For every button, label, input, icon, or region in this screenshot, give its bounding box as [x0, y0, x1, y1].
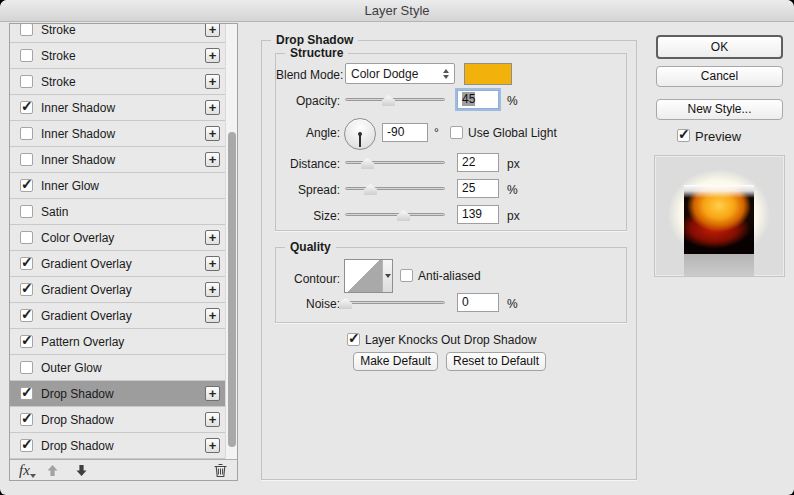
distance-slider[interactable] [345, 156, 445, 170]
duplicate-effect-button[interactable]: + [205, 152, 220, 167]
duplicate-effect-button[interactable]: + [205, 74, 220, 89]
size-input[interactable]: 139 [457, 205, 499, 224]
slider-thumb[interactable] [364, 184, 377, 195]
effect-label: Gradient Overlay [41, 283, 132, 297]
angle-dial[interactable] [344, 118, 376, 150]
noise-input[interactable]: 0 [457, 293, 499, 312]
make-default-button[interactable]: Make Default [353, 352, 438, 371]
slider-thumb[interactable] [397, 210, 410, 221]
contour-dropdown-button[interactable] [382, 260, 392, 292]
duplicate-effect-button[interactable]: + [205, 100, 220, 115]
angle-input[interactable]: -90 [382, 123, 428, 142]
title-bar: Layer Style [0, 0, 794, 22]
distance-input[interactable]: 22 [457, 153, 499, 172]
effect-row[interactable]: Stroke+ [10, 69, 237, 95]
effect-row[interactable]: Stroke+ [10, 43, 237, 69]
duplicate-effect-button[interactable]: + [205, 24, 220, 37]
effect-label: Inner Shadow [41, 101, 115, 115]
effects-toolbar: fx [10, 459, 237, 480]
move-effect-up-button[interactable] [46, 464, 59, 477]
effect-row[interactable]: Outer Glow [10, 355, 237, 381]
effect-label: Pattern Overlay [41, 335, 124, 349]
ok-button[interactable]: OK [656, 35, 783, 59]
effect-row[interactable]: Drop Shadow+ [10, 407, 237, 433]
effect-row[interactable]: Inner Shadow+ [10, 121, 237, 147]
shadow-color-swatch[interactable] [464, 63, 512, 85]
effect-enable-checkbox[interactable] [20, 361, 33, 374]
effect-enable-checkbox[interactable] [20, 257, 33, 270]
use-global-light-checkbox[interactable] [450, 126, 463, 139]
effect-enable-checkbox[interactable] [20, 75, 33, 88]
effect-row[interactable]: Inner Glow [10, 173, 237, 199]
effect-enable-checkbox[interactable] [20, 231, 33, 244]
effect-enable-checkbox[interactable] [20, 309, 33, 322]
popup-updown-icon [435, 69, 449, 79]
size-slider[interactable] [345, 208, 445, 222]
effect-enable-checkbox[interactable] [20, 439, 33, 452]
slider-track [345, 301, 445, 304]
effect-enable-checkbox[interactable] [20, 24, 33, 36]
effect-row[interactable]: Gradient Overlay+ [10, 251, 237, 277]
effect-enable-checkbox[interactable] [20, 283, 33, 296]
effect-row[interactable]: Inner Shadow+ [10, 95, 237, 121]
effect-enable-checkbox[interactable] [20, 335, 33, 348]
effect-row[interactable]: Pattern Overlay [10, 329, 237, 355]
effect-enable-checkbox[interactable] [20, 179, 33, 192]
spread-input[interactable]: 25 [457, 179, 499, 198]
effect-enable-checkbox[interactable] [20, 49, 33, 62]
knockout-checkbox[interactable] [347, 333, 360, 346]
slider-thumb[interactable] [361, 158, 374, 169]
contour-thumbnail[interactable] [345, 260, 382, 292]
duplicate-effect-button[interactable]: + [205, 230, 220, 245]
effect-enable-checkbox[interactable] [20, 127, 33, 140]
duplicate-effect-button[interactable]: + [205, 126, 220, 141]
cancel-button[interactable]: Cancel [656, 66, 783, 87]
duplicate-effect-button[interactable]: + [205, 438, 220, 453]
distance-label: Distance: [276, 157, 340, 171]
noise-slider[interactable] [345, 296, 445, 310]
anti-aliased-checkbox[interactable] [400, 269, 413, 282]
angle-unit: ° [434, 126, 439, 140]
contour-picker[interactable] [344, 259, 393, 293]
effect-row[interactable]: Stroke+ [10, 24, 237, 43]
effect-row[interactable]: Gradient Overlay+ [10, 303, 237, 329]
add-effect-menu-button[interactable]: fx [19, 461, 30, 479]
effect-enable-checkbox[interactable] [20, 205, 33, 218]
down-arrow-icon [75, 464, 88, 477]
effects-scrollbar[interactable] [225, 24, 237, 459]
contour-label: Contour: [276, 272, 340, 286]
move-effect-down-button[interactable] [75, 464, 88, 477]
effect-row[interactable]: Drop Shadow+ [10, 433, 237, 459]
duplicate-effect-button[interactable]: + [205, 386, 220, 401]
opacity-input[interactable]: 45 [457, 90, 499, 109]
new-style-button[interactable]: New Style... [656, 99, 783, 120]
slider-thumb[interactable] [339, 298, 352, 309]
quality-group-title: Quality [285, 240, 336, 254]
effect-row[interactable]: Drop Shadow+ [10, 381, 237, 407]
spread-slider[interactable] [345, 182, 445, 196]
delete-effect-button[interactable] [213, 463, 228, 478]
duplicate-effect-button[interactable]: + [205, 412, 220, 427]
effect-row[interactable]: Inner Shadow+ [10, 147, 237, 173]
effect-enable-checkbox[interactable] [20, 387, 33, 400]
effect-enable-checkbox[interactable] [20, 101, 33, 114]
slider-track [345, 213, 445, 216]
preview-checkbox[interactable] [677, 129, 690, 142]
duplicate-effect-button[interactable]: + [205, 308, 220, 323]
duplicate-effect-button[interactable]: + [205, 48, 220, 63]
effect-row[interactable]: Gradient Overlay+ [10, 277, 237, 303]
duplicate-effect-button[interactable]: + [205, 282, 220, 297]
quality-group: Quality Contour: Anti-aliased Noise: 0 % [275, 247, 627, 323]
effect-enable-checkbox[interactable] [20, 413, 33, 426]
effect-enable-checkbox[interactable] [20, 153, 33, 166]
effect-row[interactable]: Color Overlay+ [10, 225, 237, 251]
blend-mode-select[interactable]: Color Dodge [345, 63, 455, 84]
opacity-slider[interactable] [345, 93, 445, 107]
reset-default-button[interactable]: Reset to Default [446, 352, 546, 371]
drop-shadow-group-title: Drop Shadow [271, 33, 358, 47]
slider-thumb[interactable] [382, 95, 395, 106]
scrollbar-thumb[interactable] [228, 132, 236, 447]
effect-row[interactable]: Satin [10, 199, 237, 225]
duplicate-effect-button[interactable]: + [205, 256, 220, 271]
effect-label: Inner Shadow [41, 153, 115, 167]
